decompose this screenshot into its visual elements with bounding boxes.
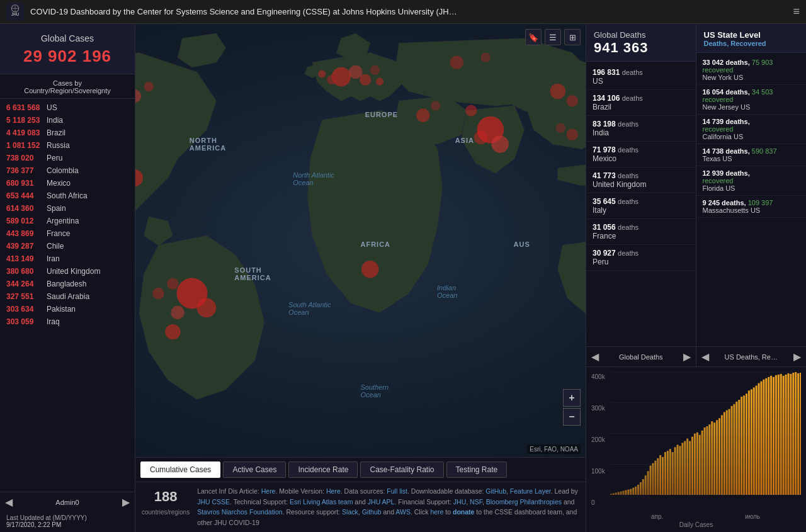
- case-country: Iraq: [47, 317, 60, 326]
- nsf-link[interactable]: NSF: [470, 498, 482, 506]
- svg-rect-97: [743, 395, 745, 495]
- github-link[interactable]: GitHub: [485, 487, 506, 495]
- case-list-item[interactable]: 653 444South Africa: [0, 190, 135, 202]
- svg-rect-120: [800, 373, 801, 495]
- svg-rect-63: [659, 455, 661, 495]
- bookmark-tool[interactable]: 🔖: [525, 29, 542, 45]
- case-number: 614 360: [6, 204, 43, 213]
- svg-rect-114: [785, 375, 787, 495]
- map-tab-incidence-rate[interactable]: Incidence Rate: [288, 461, 358, 478]
- case-list-item[interactable]: 413 149Iran: [0, 252, 135, 265]
- svg-point-16: [165, 324, 180, 339]
- us-state-panel: US State Level Deaths, Recovered 33 042 …: [696, 24, 807, 366]
- list-tool[interactable]: ☰: [545, 29, 561, 45]
- case-list-item[interactable]: 736 377Colombia: [0, 164, 135, 177]
- death-list-item[interactable]: 71 978 deathsMexico: [586, 142, 696, 167]
- cases-nav-prev[interactable]: ◀: [5, 496, 13, 508]
- esri-link[interactable]: Esri Living Atlas team: [290, 498, 353, 506]
- svg-rect-117: [792, 373, 794, 495]
- svg-point-22: [370, 65, 380, 75]
- deaths-nav-prev[interactable]: ◀: [591, 351, 599, 363]
- chart-panel: 400k 300k 200k 100k 0: [586, 367, 806, 532]
- map-tabs-bar: Cumulative CasesActive CasesIncidence Ra…: [135, 457, 586, 482]
- map-tab-case-fatality-ratio[interactable]: Case-Fatality Ratio: [360, 461, 443, 478]
- us-deaths: 16 054 deaths,: [703, 88, 750, 96]
- svg-rect-69: [674, 447, 676, 495]
- slack-link[interactable]: Slack: [342, 508, 358, 516]
- map-tab-testing-rate[interactable]: Testing Rate: [446, 461, 508, 478]
- jhu-link[interactable]: JHU: [453, 498, 466, 506]
- svg-rect-64: [662, 457, 664, 495]
- case-list-item[interactable]: 4 419 083Brazil: [0, 127, 135, 139]
- death-list-item[interactable]: 134 106 deathsBrazil: [586, 90, 696, 116]
- case-list-item[interactable]: 680 931Mexico: [0, 177, 135, 190]
- lancet-link[interactable]: Here: [261, 487, 276, 495]
- death-list-item[interactable]: 30 927 deathsPeru: [586, 245, 696, 271]
- aws-link[interactable]: AWS: [395, 508, 411, 516]
- deaths-nav-next[interactable]: ▶: [683, 351, 691, 363]
- death-list-item[interactable]: 196 831 deathsUS: [586, 64, 696, 90]
- jhu-apl-link[interactable]: JHU APL: [368, 498, 395, 506]
- svg-rect-98: [746, 393, 747, 495]
- us-state-item[interactable]: 14 739 deaths, recoveredCalifornia US: [696, 115, 807, 144]
- case-list-item[interactable]: 589 012Argentina: [0, 215, 135, 227]
- us-recovered-label: recovered: [703, 177, 734, 184]
- zoom-in-button[interactable]: +: [563, 389, 581, 407]
- feature-layer-link[interactable]: Feature Layer: [510, 487, 551, 495]
- death-list-item[interactable]: 35 645 deathsItaly: [586, 193, 696, 219]
- case-list-item[interactable]: 303 059Iraq: [0, 315, 135, 328]
- case-list-item[interactable]: 738 020Peru: [0, 152, 135, 164]
- donate-bold-link[interactable]: donate: [453, 508, 474, 516]
- us-nav-prev[interactable]: ◀: [701, 351, 709, 363]
- fulllist-link[interactable]: Full list: [387, 487, 407, 495]
- us-state-item[interactable]: 12 939 deaths, recoveredFlorida US: [696, 166, 807, 196]
- svg-point-28: [450, 55, 463, 69]
- jhu-csse-link[interactable]: JHU CSSE: [197, 498, 230, 506]
- death-list-item[interactable]: 41 773 deathsUnited Kingdom: [586, 167, 696, 193]
- us-nav-next[interactable]: ▶: [793, 351, 801, 363]
- case-list-item[interactable]: 443 869France: [0, 227, 135, 240]
- us-state-item[interactable]: 16 054 deaths, 34 503recoveredNew Jersey…: [696, 85, 807, 115]
- mobile-link[interactable]: Here: [326, 487, 341, 495]
- us-state-item[interactable]: 9 245 deaths, 109 397Massachusetts US: [696, 196, 807, 218]
- case-list-item[interactable]: 5 118 253India: [0, 114, 135, 127]
- case-list-item[interactable]: 380 680United Kingdom: [0, 265, 135, 278]
- us-state-item[interactable]: 14 738 deaths, 590 837Texas US: [696, 144, 807, 166]
- page-title: COVID-19 Dashboard by the Center for Sys…: [30, 7, 457, 16]
- case-list-item[interactable]: 6 631 568US: [0, 101, 135, 114]
- qr-tool[interactable]: ⊞: [564, 29, 581, 45]
- case-list-item[interactable]: 344 264Bangladesh: [0, 278, 135, 290]
- left-panel-nav: ◀ Admin0 ▶: [0, 492, 135, 512]
- svg-rect-82: [706, 426, 708, 495]
- death-number: 196 831: [593, 68, 620, 77]
- death-list-item[interactable]: 83 198 deathsIndia: [586, 116, 696, 142]
- svg-rect-78: [696, 433, 698, 495]
- map-tab-active-cases[interactable]: Active Cases: [223, 461, 286, 478]
- zoom-out-button[interactable]: −: [563, 408, 581, 426]
- map-container[interactable]: North AtlanticOcean South AtlanticOcean …: [135, 24, 586, 457]
- death-label: deaths: [618, 172, 639, 179]
- us-recovered-label: recovered: [703, 96, 734, 103]
- case-list-item[interactable]: 303 634Pakistan: [0, 303, 135, 315]
- bloomberg-link[interactable]: Bloomberg Philanthropies: [486, 498, 562, 506]
- us-state-item[interactable]: 33 042 deaths, 75 903recoveredNew York U…: [696, 55, 807, 85]
- right-top-panels: Global Deaths 941 363 196 831 deathsUS13…: [586, 24, 806, 367]
- top-bar: JHU COVID-19 Dashboard by the Center for…: [0, 0, 806, 24]
- donate-link[interactable]: here: [430, 508, 443, 516]
- svg-rect-70: [677, 444, 679, 495]
- map-tab-cumulative-cases[interactable]: Cumulative Cases: [140, 461, 220, 478]
- stavros-link[interactable]: Stavros Niarchos Foundation: [197, 508, 282, 516]
- case-list-item[interactable]: 1 081 152Russia: [0, 139, 135, 152]
- cases-nav-next[interactable]: ▶: [122, 496, 130, 508]
- case-country: Chile: [47, 242, 64, 251]
- github-link2[interactable]: Github: [362, 508, 382, 516]
- case-list-item[interactable]: 439 287Chile: [0, 240, 135, 252]
- case-list-item[interactable]: 327 551Saudi Arabia: [0, 290, 135, 303]
- svg-point-26: [491, 135, 509, 153]
- menu-icon[interactable]: ≡: [793, 5, 800, 18]
- death-list-item[interactable]: 31 056 deathsFrance: [586, 219, 696, 245]
- svg-rect-46: [618, 492, 620, 495]
- svg-rect-102: [756, 386, 758, 495]
- case-country: Argentina: [47, 217, 79, 225]
- case-list-item[interactable]: 614 360Spain: [0, 202, 135, 215]
